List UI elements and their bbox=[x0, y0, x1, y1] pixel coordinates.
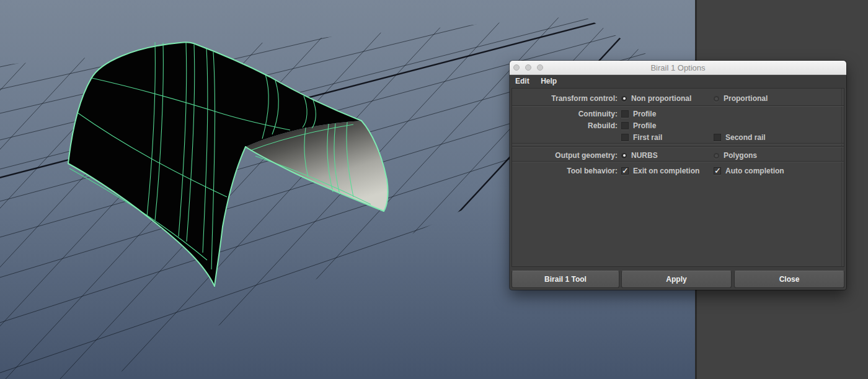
checkbox-second-rail[interactable]: Second rail bbox=[714, 133, 766, 142]
dialog-titlebar[interactable]: Birail 1 Options bbox=[510, 61, 846, 75]
rebuild-label: Rebuild: bbox=[512, 121, 621, 130]
dialog-title: Birail 1 Options bbox=[510, 61, 846, 74]
row-output-geometry: Output geometry: NURBS Polygons bbox=[512, 149, 844, 162]
row-rails: First rail Second rail bbox=[512, 131, 844, 144]
checkbox-first-rail[interactable]: First rail bbox=[621, 133, 662, 142]
checkbox-exit-on-completion[interactable]: Exit on completion bbox=[621, 167, 699, 175]
radio-nurbs[interactable]: NURBS bbox=[621, 151, 658, 160]
checkbox-icon[interactable] bbox=[621, 134, 629, 141]
separator bbox=[512, 146, 844, 147]
dialog-options-area: Transform control: Non proportional Prop… bbox=[512, 88, 844, 267]
checkbox-auto-completion[interactable]: Auto completion bbox=[714, 167, 784, 175]
checkbox-icon[interactable] bbox=[714, 134, 721, 141]
checkbox-icon[interactable] bbox=[621, 122, 629, 129]
close-button[interactable]: Close bbox=[734, 271, 844, 288]
radio-selected-icon[interactable] bbox=[621, 96, 627, 102]
radio-polygons[interactable]: Polygons bbox=[714, 151, 757, 160]
separator bbox=[512, 161, 844, 162]
dialog-button-row: Birail 1 Tool Apply Close bbox=[510, 271, 846, 288]
tool-behavior-label: Tool behavior: bbox=[512, 167, 621, 175]
radio-non-proportional[interactable]: Non proportional bbox=[621, 94, 691, 103]
radio-proportional[interactable]: Proportional bbox=[714, 94, 768, 103]
dialog-menubar: Edit Help bbox=[510, 75, 846, 88]
radio-unselected-icon[interactable] bbox=[714, 153, 719, 159]
radio-unselected-icon[interactable] bbox=[714, 96, 719, 102]
row-rebuild: Rebuild: Profile bbox=[512, 120, 844, 132]
checkbox-rebuild-profile[interactable]: Profile bbox=[621, 121, 656, 130]
row-continuity: Continuity: Profile bbox=[512, 108, 844, 120]
birail-options-dialog: Birail 1 Options Edit Help Transform con… bbox=[510, 61, 846, 290]
apply-button[interactable]: Apply bbox=[621, 271, 732, 288]
row-tool-behavior: Tool behavior: Exit on completion Auto c… bbox=[512, 165, 844, 177]
radio-selected-icon[interactable] bbox=[621, 153, 627, 159]
checkbox-checked-icon[interactable] bbox=[621, 167, 629, 175]
transform-control-label: Transform control: bbox=[512, 94, 621, 103]
checkbox-checked-icon[interactable] bbox=[714, 167, 721, 175]
maya-application: Birail 1 Options Edit Help Transform con… bbox=[0, 0, 868, 379]
continuity-label: Continuity: bbox=[512, 110, 621, 118]
separator bbox=[512, 143, 844, 144]
output-geometry-label: Output geometry: bbox=[512, 151, 621, 160]
menu-edit[interactable]: Edit bbox=[511, 75, 534, 88]
separator bbox=[512, 105, 844, 107]
menu-help[interactable]: Help bbox=[536, 75, 561, 88]
checkbox-icon[interactable] bbox=[621, 110, 629, 118]
checkbox-continuity-profile[interactable]: Profile bbox=[621, 110, 656, 118]
birail-tool-button[interactable]: Birail 1 Tool bbox=[512, 271, 619, 288]
row-transform-control: Transform control: Non proportional Prop… bbox=[512, 92, 844, 105]
